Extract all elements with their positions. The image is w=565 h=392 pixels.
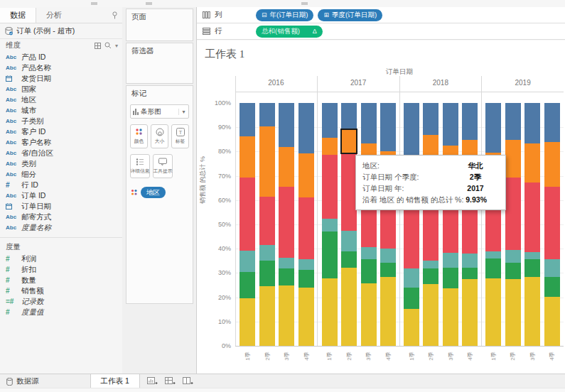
stacked-bar-2016 3季[interactable] xyxy=(279,103,294,346)
datasource-tab[interactable]: 数据源 xyxy=(0,374,48,388)
color-pill-region[interactable]: 地区 xyxy=(141,187,166,198)
bar-segment-西北[interactable] xyxy=(443,253,458,268)
bar-segment-西北[interactable] xyxy=(380,249,396,263)
bar-segment-华北[interactable] xyxy=(544,142,560,187)
stacked-bar-2016 2季[interactable] xyxy=(259,103,275,346)
field-item[interactable]: Abc订单 ID xyxy=(0,190,122,201)
field-item[interactable]: #行 ID xyxy=(0,180,122,190)
bar-segment-华东[interactable] xyxy=(322,155,338,219)
chevron-down-icon[interactable]: ▾ xyxy=(115,43,118,49)
view-grid-icon[interactable] xyxy=(95,43,101,49)
bar-segment-西南[interactable] xyxy=(485,258,501,278)
column-pill-0[interactable]: ⊟年(订单日期) xyxy=(256,9,313,21)
field-item[interactable]: Abc产品名称 xyxy=(0,62,122,73)
field-item[interactable]: #折扣 xyxy=(0,264,122,275)
bar-segment-西北[interactable] xyxy=(505,250,521,263)
bar-segment-西南[interactable] xyxy=(443,268,458,288)
bar-segment-西南[interactable] xyxy=(380,263,396,277)
bar-segment-东北[interactable] xyxy=(298,103,314,153)
column-pill-1[interactable]: ⊞季度(订单日期) xyxy=(318,9,382,21)
mark-button-size[interactable]: 大小 xyxy=(151,124,168,148)
bar-segment-东北[interactable] xyxy=(341,103,357,129)
field-item[interactable]: #销售额 xyxy=(0,285,122,296)
bar-segment-中南[interactable] xyxy=(485,278,501,346)
bar-segment-中南[interactable] xyxy=(380,277,396,346)
stacked-bar-2019 4季[interactable] xyxy=(544,103,560,346)
field-item[interactable]: Abc类别 xyxy=(0,158,122,169)
bar-segment-西北[interactable] xyxy=(322,219,338,231)
rows-shelf[interactable]: 行 总和(销售额)Δ xyxy=(197,23,565,40)
field-item[interactable]: 订单日期 xyxy=(0,201,122,212)
bar-segment-华北[interactable] xyxy=(322,138,338,155)
bar-segment-西北[interactable] xyxy=(423,261,438,268)
stacked-bar-2016 4季[interactable] xyxy=(298,103,314,346)
field-item[interactable]: Abc城市 xyxy=(0,105,122,116)
pages-shelf[interactable]: 页面 xyxy=(126,9,193,41)
bar-segment-西南[interactable] xyxy=(404,288,419,309)
bar-segment-西北[interactable] xyxy=(485,251,501,258)
bar-segment-西南[interactable] xyxy=(462,268,478,279)
stacked-bar-2017 3季[interactable] xyxy=(361,103,377,346)
bar-segment-西北[interactable] xyxy=(404,268,419,288)
mark-button-detail[interactable]: 详细信息 xyxy=(130,154,150,178)
bar-segment-中南[interactable] xyxy=(259,286,275,346)
bar-segment-华东[interactable] xyxy=(279,187,294,258)
bar-segment-中南[interactable] xyxy=(279,285,294,346)
bar-segment-华北[interactable] xyxy=(298,153,314,197)
bar-segment-华东[interactable] xyxy=(505,178,521,250)
bar-segment-东北[interactable] xyxy=(322,103,338,138)
bar-segment-东北[interactable] xyxy=(544,103,560,142)
bar-segment-中南[interactable] xyxy=(423,284,438,346)
bar-segment-华北[interactable] xyxy=(259,126,275,197)
bar-segment-中南[interactable] xyxy=(404,309,419,346)
pin-icon[interactable] xyxy=(112,11,118,19)
bar-segment-西北[interactable] xyxy=(298,259,314,270)
bar-segment-西南[interactable] xyxy=(423,268,438,284)
bar-segment-西南[interactable] xyxy=(298,270,314,288)
stacked-bar-2016 1季[interactable] xyxy=(240,103,255,346)
stacked-bar-2017 1季[interactable] xyxy=(322,103,338,346)
tab-analytics[interactable]: 分析 xyxy=(36,10,72,21)
bar-segment-中南[interactable] xyxy=(322,278,338,346)
field-item[interactable]: 发货日期 xyxy=(0,73,122,84)
stacked-bar-2017 4季[interactable] xyxy=(380,103,396,346)
mark-button-color[interactable]: 颜色 xyxy=(130,124,148,148)
bar-segment-西北[interactable] xyxy=(462,254,478,268)
field-item[interactable]: Abc省/自治区 xyxy=(0,148,122,158)
stacked-bar-2019 2季[interactable] xyxy=(505,103,521,346)
bar-segment-华北[interactable] xyxy=(341,129,357,153)
stacked-bar-2017 2季[interactable] xyxy=(341,103,357,346)
bar-segment-东北[interactable] xyxy=(279,103,294,147)
bar-segment-华东[interactable] xyxy=(524,183,540,252)
bar-segment-中南[interactable] xyxy=(298,288,314,346)
bar-segment-东北[interactable] xyxy=(240,103,255,136)
field-item[interactable]: Abc产品 ID xyxy=(0,52,122,62)
stacked-bar-2018 4季[interactable] xyxy=(462,103,478,346)
collapse-icon[interactable]: ⊟ xyxy=(262,11,267,18)
bar-segment-华东[interactable] xyxy=(404,209,419,268)
mark-type-dropdown[interactable]: 条形图 ▾ xyxy=(130,104,189,119)
bar-segment-西南[interactable] xyxy=(544,277,560,297)
bar-segment-西北[interactable] xyxy=(240,251,255,272)
bar-segment-华北[interactable] xyxy=(524,143,540,183)
stacked-bar-2018 3季[interactable] xyxy=(443,103,458,346)
bar-segment-西北[interactable] xyxy=(544,259,560,277)
field-item[interactable]: Abc国家 xyxy=(0,84,122,94)
bar-segment-东北[interactable] xyxy=(462,103,478,140)
bar-segment-西南[interactable] xyxy=(322,232,338,278)
bar-segment-东北[interactable] xyxy=(443,103,458,146)
datasource-item[interactable]: 订单 (示例 - 超市) xyxy=(0,23,122,39)
bar-segment-西北[interactable] xyxy=(361,247,377,259)
bar-segment-中南[interactable] xyxy=(524,277,540,346)
field-item[interactable]: #度量值 xyxy=(0,307,122,317)
stacked-bar-2019 3季[interactable] xyxy=(524,103,540,346)
bar-segment-华东[interactable] xyxy=(240,178,255,251)
bar-segment-华北[interactable] xyxy=(279,147,294,187)
stacked-bar-2018 1季[interactable] xyxy=(404,103,419,346)
columns-shelf[interactable]: 列 ⊟年(订单日期)⊞季度(订单日期) xyxy=(197,7,565,23)
bar-segment-华东[interactable] xyxy=(298,197,314,259)
bar-segment-华东[interactable] xyxy=(259,197,275,245)
bar-segment-西南[interactable] xyxy=(341,251,357,267)
field-item[interactable]: Abc地区 xyxy=(0,94,122,105)
search-icon[interactable] xyxy=(104,42,112,49)
